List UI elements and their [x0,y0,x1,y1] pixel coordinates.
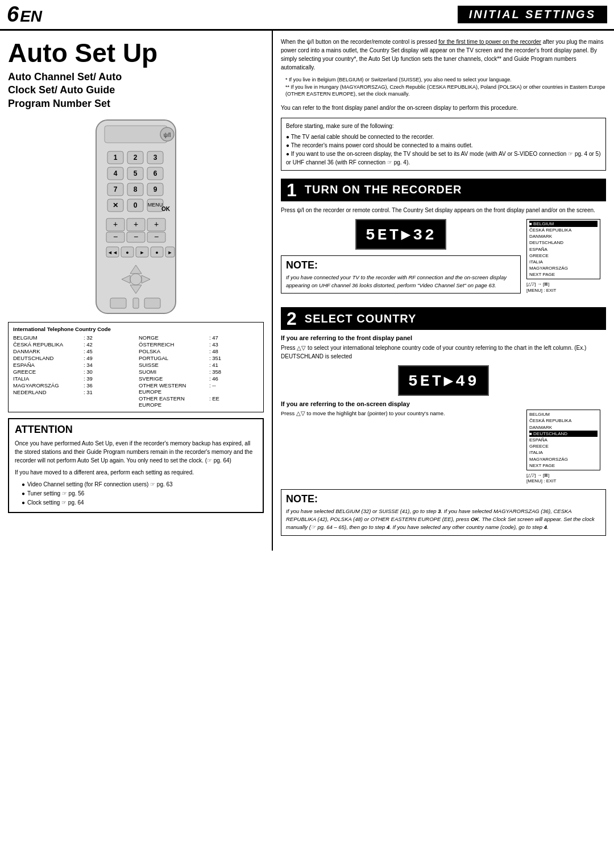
svg-text:3: 3 [154,154,157,162]
footnotes: * If you live in Belgium (BELGIUM) or Sw… [281,76,606,98]
list-item: OTHER WESTERN EUROPE: -- [139,382,259,395]
on-screen-label: If you are referring to the on-screen di… [281,400,606,407]
section-title-header: INITIAL SETTINGS [458,6,607,23]
country-table-title: International Telephone Country Code [13,326,259,332]
attention-title: ATTENTION [15,424,257,436]
svg-text:0: 0 [134,201,138,209]
svg-text:●: ● [126,250,128,255]
can-refer-text: You can refer to the front display panel… [281,104,606,112]
list-item: ESPAÑA [529,437,598,443]
svg-text:◄◄: ◄◄ [107,250,118,255]
page-title: Auto Set Up [8,40,264,66]
list-item: ČESKÁ REPUBLIKA [529,418,598,424]
list-item: ESPAÑA: 34 [13,362,133,368]
list-item: MAGYARORSZÁG: 36 [13,382,133,388]
list-item: GREECE: 30 [13,369,133,375]
svg-text:MENU: MENU [148,202,163,208]
svg-text:8: 8 [134,185,138,193]
footnote-2: ** If you live in Hungary (MAGYARORSZAG)… [285,84,606,98]
list-item: DANMARK: 45 [13,348,133,354]
list-item: POLSKA: 48 [139,348,259,354]
note-box-1: NOTE: If you have connected your TV to t… [281,255,521,294]
page-header: 6 EN INITIAL SETTINGS [0,0,614,31]
svg-rect-56 [110,298,126,308]
list-item: SVERIGE: 46 [139,375,259,382]
page-subtitle: Auto Channel Set/ Auto Clock Set/ Auto G… [8,71,264,110]
list-item: ITALIA: 39 [13,375,133,382]
list-item: ESPAÑA [529,246,598,253]
page-lang: EN [20,7,42,26]
section2-header: 2 SELECT COUNTRY [281,307,606,330]
country-col-left: BELGIUM: 32 ČESKÁ REPUBLIKA: 42 DANMARK:… [13,334,133,408]
list-item: BELGIUM: 32 [13,334,133,341]
section2-country-list: BELGIUM ČESKÁ REPUBLIKA DANMARK ■ DEUTSC… [526,410,600,470]
country-code-table: International Telephone Country Code BEL… [8,322,264,412]
list-item: GREECE [529,253,598,259]
section1-number: 1 [287,181,297,199]
footnote-1: * If you live in Belgium (BELGIUM) or Sw… [285,76,606,84]
list-item: NEXT PAGE [529,271,598,278]
on-screen-text: Press △▽ to move the highlight bar (poin… [281,410,521,418]
svg-text:●: ● [155,250,158,255]
svg-text:−: − [113,232,118,241]
svg-text:9: 9 [154,185,157,193]
svg-text:−: − [154,232,159,241]
svg-point-55 [130,274,142,285]
svg-rect-1 [105,126,167,143]
svg-text:✕: ✕ [113,201,118,209]
list-item: NEXT PAGE [529,462,598,469]
section2-content: If you are referring to the front displa… [281,334,606,535]
svg-text:+: + [113,220,118,229]
section1-country-list: ■ BELGIUM ČESKÁ REPUBLIKA DANMARK DEUTSC… [526,219,600,280]
note-box-2: NOTE: If you have selected BELGIUM (32) … [281,489,606,536]
list-item: BELGIUM [529,411,598,418]
list-item: DANMARK [529,424,598,431]
svg-rect-58 [144,298,160,308]
svg-text:6: 6 [154,170,157,177]
list-item: ● The TV aerial cable should be connecte… [286,133,601,141]
attention-box: ATTENTION Once you have performed Auto S… [8,418,264,513]
list-item: ■ DEUTSCHLAND [529,431,598,437]
list-item: ČESKÁ REPUBLIKA: 42 [13,341,133,348]
list-item: DANMARK [529,233,598,239]
nav-hint-2: [△▽] → [⊠][MENU] : EXIT [526,473,606,485]
list-item: ●Video Channel setting (for RF connectio… [22,480,257,489]
svg-text:►: ► [168,250,173,255]
list-item: SUISSE: 41 [139,362,259,368]
note2-title: NOTE: [286,493,601,505]
svg-text:1: 1 [114,154,118,162]
section2-title: SELECT COUNTRY [305,312,417,325]
front-panel-label: If you are referring to the front displa… [281,334,606,341]
section1-header: 1 TURN ON THE RECORDER [281,179,606,201]
list-item: ■ BELGIUM [529,221,598,227]
list-item: NORGE: 47 [139,334,259,341]
svg-rect-57 [133,298,139,308]
svg-text:+: + [154,220,159,229]
note1-text: If you have connected your TV to the rec… [286,274,516,290]
page-number-area: 6 EN [7,2,42,27]
country-table-body: BELGIUM: 32 ČESKÁ REPUBLIKA: 42 DANMARK:… [13,334,259,408]
section2-number: 2 [287,309,297,328]
intro-main-text: When the ψ/I button on the recorder/remo… [281,38,606,72]
attention-bullets: ●Video Channel setting (for RF connectio… [22,480,257,507]
note1-title: NOTE: [286,259,516,271]
list-item: ● If you want to use the on-screen displ… [286,150,601,167]
list-item: ÖSTERREICH: 43 [139,341,259,348]
right-column: When the ψ/I button on the recorder/remo… [273,31,614,551]
svg-text:ψ/I: ψ/I [163,132,171,138]
nav-hint-1: [△▽] → [⊠][MENU] : EXIT [526,282,606,294]
svg-text:5: 5 [134,170,138,177]
list-item: MAGYARORSZÁG [529,456,598,462]
list-item: ●Clock setting ☞ pg. 64 [22,498,257,507]
list-item: DEUTSCHLAND [529,239,598,246]
svg-text:+: + [134,220,138,229]
front-panel-text: Press △▽ to select your international te… [281,344,606,361]
list-item: ● The recorder's mains power cord should… [286,141,601,150]
display-panel-2: 5ET▶49 [398,365,489,396]
display-panel-1: 5ET▶32 [355,219,446,250]
list-item: PORTUGAL: 351 [139,355,259,361]
note2-text: If you have selected BELGIUM (32) or SUI… [286,507,601,532]
svg-text:2: 2 [134,154,138,162]
section1-title: TURN ON THE RECORDER [305,183,462,196]
svg-text:−: − [134,232,138,241]
